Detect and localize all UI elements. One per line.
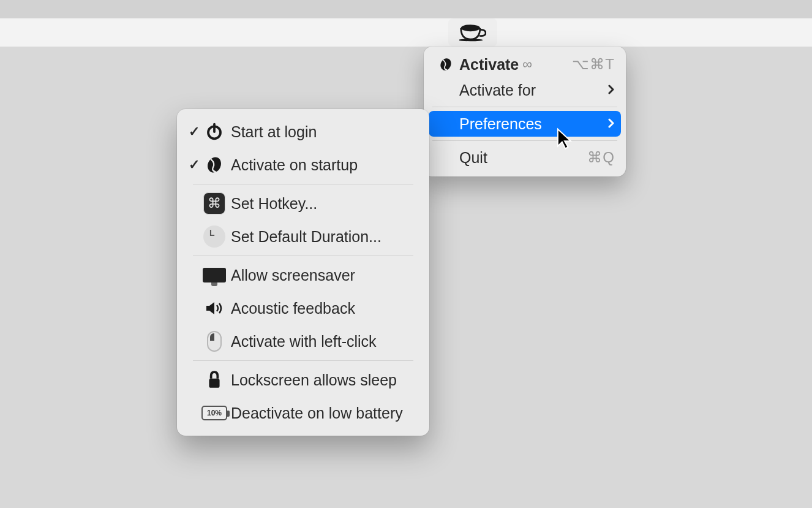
app-dropdown-menu: Activate ∞ ⌥⌘T Activate for Preferences …: [424, 47, 626, 176]
menu-item-label: Quit: [459, 149, 487, 167]
pref-label: Acoustic feedback: [231, 300, 355, 317]
clock-icon: [201, 226, 227, 248]
power-icon: [201, 123, 227, 141]
checkmark-icon: ✓: [187, 124, 201, 140]
pref-deactivate-low-battery[interactable]: 10% Deactivate on low battery: [177, 396, 429, 430]
svg-point-1: [459, 39, 483, 42]
mouse-icon: [201, 331, 227, 352]
chevron-right-icon: [607, 82, 615, 98]
pref-label: Set Hotkey...: [231, 195, 317, 213]
svg-rect-6: [209, 379, 219, 388]
menubar: [0, 18, 812, 47]
pref-label: Activate with left-click: [231, 333, 377, 351]
bean-icon: [201, 156, 227, 173]
menu-item-label: Activate: [459, 56, 519, 74]
pref-label: Deactivate on low battery: [231, 404, 403, 422]
infinity-symbol: ∞: [522, 56, 532, 72]
preferences-submenu: ✓ Start at login ✓ Activate on startup ⌘…: [177, 109, 429, 436]
command-key-icon: ⌘: [201, 192, 227, 214]
pref-allow-screensaver[interactable]: Allow screensaver: [177, 259, 429, 292]
pref-label: Lockscreen allows sleep: [231, 371, 397, 389]
menu-separator: [432, 107, 617, 107]
chevron-right-icon: [607, 116, 615, 132]
pref-lockscreen-allows-sleep[interactable]: Lockscreen allows sleep: [177, 363, 429, 396]
menu-item-activate-for[interactable]: Activate for: [424, 77, 626, 103]
menu-item-label: Preferences: [459, 115, 542, 133]
pref-set-hotkey[interactable]: ⌘ Set Hotkey...: [177, 187, 429, 220]
bean-icon: [437, 58, 454, 71]
pref-activate-left-click[interactable]: Activate with left-click: [177, 325, 429, 358]
pref-start-at-login[interactable]: ✓ Start at login: [177, 115, 429, 148]
pref-label: Set Default Duration...: [231, 228, 382, 246]
menubar-app-icon[interactable]: [448, 18, 497, 47]
pref-activate-on-startup[interactable]: ✓ Activate on startup: [177, 148, 429, 181]
pref-acoustic-feedback[interactable]: Acoustic feedback: [177, 292, 429, 325]
pref-label: Activate on startup: [231, 156, 358, 174]
coffee-cup-icon: [459, 23, 486, 42]
keyboard-shortcut: ⌘Q: [587, 149, 615, 166]
menu-item-quit[interactable]: Quit ⌘Q: [424, 145, 626, 170]
lock-icon: [201, 371, 227, 389]
pref-set-default-duration[interactable]: Set Default Duration...: [177, 220, 429, 253]
menu-item-activate[interactable]: Activate ∞ ⌥⌘T: [424, 51, 626, 77]
pref-label: Start at login: [231, 123, 317, 141]
menu-item-label: Activate for: [459, 82, 536, 99]
window-top-edge: [0, 0, 812, 18]
menu-separator: [432, 140, 617, 141]
monitor-icon: [201, 268, 227, 282]
keyboard-shortcut: ⌥⌘T: [572, 56, 615, 73]
menu-item-preferences[interactable]: Preferences: [429, 111, 621, 137]
checkmark-icon: ✓: [187, 157, 201, 173]
battery-icon: 10%: [201, 406, 227, 420]
pref-label: Allow screensaver: [231, 267, 355, 284]
menu-separator: [193, 256, 413, 256]
speaker-icon: [201, 300, 227, 317]
menu-separator: [193, 360, 413, 361]
svg-point-0: [461, 25, 480, 31]
menu-separator: [193, 184, 413, 184]
